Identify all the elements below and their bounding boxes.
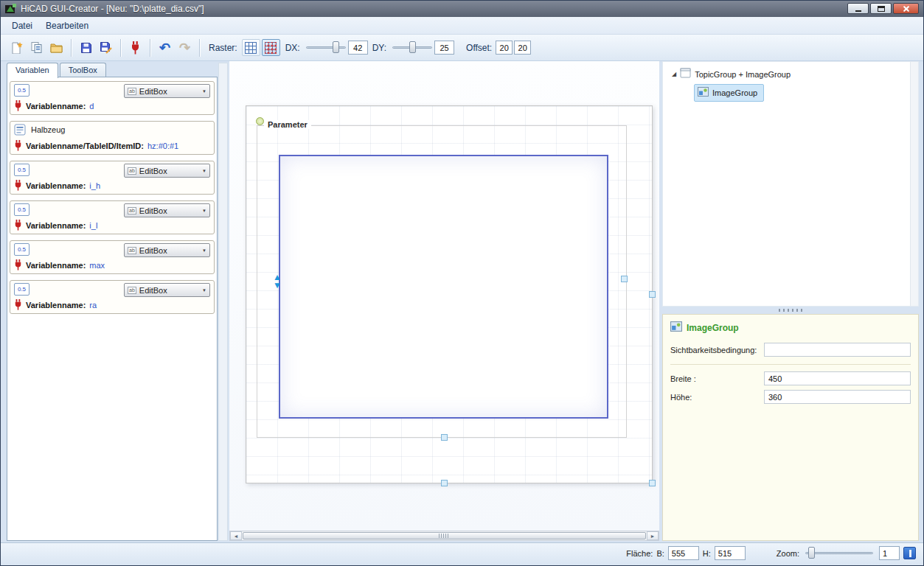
offset-label: Offset:	[466, 43, 492, 53]
chevron-down-icon: ▼	[202, 248, 206, 253]
control-type-dropdown[interactable]: ab EditBox ▼	[124, 243, 210, 257]
resize-handle-group-bottom[interactable]	[441, 434, 448, 441]
offset-x-input[interactable]	[496, 41, 513, 55]
undo-icon: ↶	[159, 41, 170, 55]
properties-divider	[670, 364, 911, 365]
tree-item-label: TopicGroup + ImageGroup	[695, 70, 791, 79]
resize-handle-group-right[interactable]	[621, 276, 628, 282]
scroll-left-icon[interactable]: ◄	[230, 531, 242, 540]
area-b-input[interactable]	[668, 546, 699, 560]
minimize-button[interactable]	[847, 3, 869, 14]
dy-slider[interactable]	[392, 41, 432, 55]
width-label: Breite :	[670, 374, 764, 383]
variable-name-value: d	[89, 102, 94, 111]
scrollbar-thumb[interactable]	[243, 532, 646, 539]
undo-button[interactable]: ↶	[155, 38, 175, 57]
dx-slider[interactable]	[306, 41, 346, 55]
control-type-value: EditBox	[139, 167, 167, 175]
dy-label: DY:	[372, 43, 386, 53]
variable-card-d[interactable]: 0.5 ab EditBox ▼ Variablenname: d	[10, 81, 215, 115]
connect-variable-button[interactable]	[125, 38, 145, 57]
control-type-value: EditBox	[139, 206, 167, 215]
control-type-dropdown[interactable]: ab EditBox ▼	[124, 203, 210, 217]
variable-card-halbzeug[interactable]: Halbzeug Variablenname/TableID/ItemID: h…	[10, 121, 215, 155]
card-title: Halbzeug	[31, 125, 65, 134]
variables-list: 0.5 ab EditBox ▼ Variablenname: d Halbze…	[7, 77, 218, 541]
zoom-slider-track[interactable]	[805, 552, 873, 554]
tree-expander-icon[interactable]: ◢	[672, 71, 676, 77]
variable-card-max[interactable]: 0.5 ab EditBox ▼ Variablenname: max	[10, 240, 215, 274]
variable-card-ra[interactable]: 0.5 ab EditBox ▼ Variablenname: ra	[10, 280, 215, 314]
numeric-field-icon: 0.5	[14, 164, 29, 176]
editbox-icon: ab	[128, 287, 136, 294]
new-file-button[interactable]	[7, 38, 27, 57]
imagegroup-element[interactable]	[279, 155, 608, 419]
maximize-button[interactable]	[870, 3, 892, 14]
dy-value-input[interactable]	[434, 41, 454, 55]
redo-button[interactable]: ↷	[175, 38, 195, 57]
copy-sheets-button[interactable]	[27, 38, 46, 57]
zoom-slider-thumb[interactable]	[808, 547, 815, 559]
raster-label: Raster:	[209, 43, 237, 53]
panel-splitter[interactable]	[662, 307, 919, 314]
zoom-toggle-button[interactable]	[903, 547, 916, 559]
dx-value-input[interactable]	[348, 41, 368, 55]
visibility-condition-input[interactable]	[764, 343, 911, 357]
close-button[interactable]	[893, 3, 919, 14]
design-page[interactable]: Parameter ▲ ▼	[246, 105, 653, 483]
imagegroup-icon	[698, 86, 709, 99]
variable-name-value: i_l	[89, 221, 97, 230]
offset-y-input[interactable]	[514, 41, 531, 55]
tab-toolbox[interactable]: ToolBox	[60, 63, 106, 77]
dy-slider-thumb[interactable]	[409, 41, 416, 53]
window-title: HiCAD GUI-Creator - [Neu: "D:\platte_dia…	[21, 4, 204, 14]
scroll-right-icon[interactable]: ►	[647, 531, 659, 540]
save-as-button[interactable]	[96, 38, 116, 57]
control-type-dropdown[interactable]: ab EditBox ▼	[124, 283, 210, 297]
control-type-dropdown[interactable]: ab EditBox ▼	[124, 164, 210, 178]
tree-item-imagegroup[interactable]: ImageGroup	[694, 84, 764, 102]
zoom-value-input[interactable]	[879, 546, 900, 560]
plug-icon	[14, 220, 22, 231]
height-input[interactable]	[764, 390, 911, 404]
zoom-toggle-icon	[909, 550, 911, 557]
dx-slider-thumb[interactable]	[333, 41, 339, 53]
copy-sheets-icon	[30, 41, 43, 54]
titlebar[interactable]: HiCAD GUI-Creator - [Neu: "D:\platte_dia…	[1, 1, 923, 17]
save-button[interactable]	[76, 38, 96, 57]
resize-vertical-icon[interactable]: ▲ ▼	[273, 273, 282, 290]
area-h-input[interactable]	[715, 546, 746, 560]
menu-datei[interactable]: Datei	[5, 18, 39, 33]
variable-name-value: max	[89, 261, 105, 270]
resize-handle-page-corner[interactable]	[649, 480, 656, 486]
area-b-label: B:	[656, 549, 664, 558]
open-folder-button[interactable]	[46, 38, 66, 57]
resize-handle-page-bottom[interactable]	[441, 480, 448, 486]
tree-scrollbar[interactable]	[910, 62, 918, 306]
canvas-horizontal-scrollbar[interactable]: ◄ ►	[229, 531, 659, 541]
resize-handle-page-right[interactable]	[649, 291, 656, 298]
menu-bearbeiten[interactable]: Bearbeiten	[39, 18, 95, 33]
variables-panel: Variablen ToolBox 0.5 ab EditBox ▼ Varia…	[7, 63, 218, 541]
variables-scrollbar[interactable]	[218, 63, 228, 541]
design-canvas[interactable]: Parameter ▲ ▼	[229, 61, 659, 531]
grid-toggle-button[interactable]	[242, 39, 260, 56]
grid-snap-icon	[265, 42, 277, 54]
zoom-slider[interactable]	[805, 546, 873, 560]
tree-item-label: ImageGroup	[712, 88, 757, 97]
dx-slider-track[interactable]	[306, 46, 346, 49]
halbzeug-icon	[14, 124, 27, 136]
plug-icon	[14, 259, 22, 270]
control-type-dropdown[interactable]: ab EditBox ▼	[124, 84, 210, 98]
variable-card-i_h[interactable]: 0.5 ab EditBox ▼ Variablenname: i_h	[10, 161, 215, 195]
variable-name-label: Variablenname:	[26, 221, 86, 230]
variable-card-i_l[interactable]: 0.5 ab EditBox ▼ Variablenname: i_l	[10, 200, 215, 234]
group-origin-handle[interactable]	[256, 117, 264, 125]
grid-snap-toggle-button[interactable]	[262, 39, 280, 56]
tree-item-topicgroup[interactable]: ◢ TopicGroup + ImageGroup	[663, 67, 918, 81]
width-input[interactable]	[764, 371, 911, 385]
visibility-condition-label: Sichtbarkeitsbedingung:	[670, 346, 764, 354]
toolbar-separator	[120, 39, 121, 57]
tab-variablen[interactable]: Variablen	[7, 63, 58, 78]
minimize-icon	[855, 10, 861, 12]
